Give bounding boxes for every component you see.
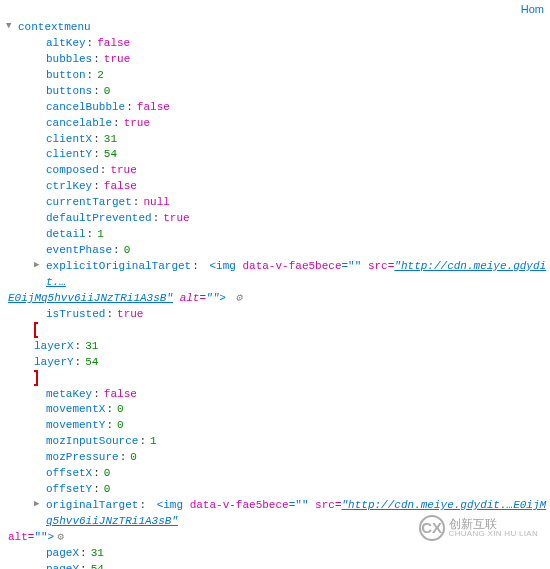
- prop-value: false: [97, 36, 130, 52]
- prop-offsetX[interactable]: offsetX:0: [4, 466, 550, 482]
- prop-pageX[interactable]: pageX:31: [4, 546, 550, 562]
- prop-key: movementX: [46, 402, 105, 418]
- prop-eventPhase[interactable]: eventPhase:0: [4, 243, 550, 259]
- prop-value: 0: [124, 243, 131, 259]
- prop-movementX[interactable]: movementX:0: [4, 402, 550, 418]
- prop-key: eventPhase: [46, 243, 112, 259]
- prop-key: metaKey: [46, 387, 92, 403]
- root-label: contextmenu: [18, 20, 91, 36]
- prop-key: buttons: [46, 84, 92, 100]
- prop-value: false: [104, 179, 137, 195]
- prop-value: null: [143, 195, 169, 211]
- prop-value: 1: [150, 434, 157, 450]
- prop-key: clientY: [46, 147, 92, 163]
- prop-layerY[interactable]: layerY:54: [34, 355, 98, 371]
- prop-value: 31: [91, 546, 104, 562]
- prop-composed[interactable]: composed:true: [4, 163, 550, 179]
- prop-value: 0: [130, 450, 137, 466]
- prop-clientX[interactable]: clientX:31: [4, 132, 550, 148]
- chevron-down-icon: ▼: [6, 20, 16, 33]
- prop-defaultPrevented[interactable]: defaultPrevented:true: [4, 211, 550, 227]
- prop-value: true: [124, 116, 150, 132]
- prop-value: 54: [104, 147, 117, 163]
- prop-mozInputSource[interactable]: mozInputSource:1: [4, 434, 550, 450]
- prop-value: 0: [104, 482, 111, 498]
- prop-key: composed: [46, 163, 99, 179]
- prop-cancelable[interactable]: cancelable:true: [4, 116, 550, 132]
- prop-isTrusted[interactable]: isTrusted:true: [4, 307, 550, 323]
- prop-key: mozInputSource: [46, 434, 138, 450]
- prop-key: pageY: [46, 562, 79, 569]
- gear-icon[interactable]: ⚙: [57, 530, 64, 546]
- prop-key: currentTarget: [46, 195, 132, 211]
- prop-offsetY[interactable]: offsetY:0: [4, 482, 550, 498]
- prop-key: detail: [46, 227, 86, 243]
- prop-layerX[interactable]: layerX:31: [34, 339, 98, 355]
- prop-clientY[interactable]: clientY:54: [4, 147, 550, 163]
- prop-value: true: [104, 52, 130, 68]
- prop-explicit-cont: E0ijMq5hvv6iiJNzTRi1A3sB" alt=""> ⚙: [4, 291, 550, 307]
- root-node[interactable]: ▼ contextmenu: [4, 20, 550, 36]
- prop-key: defaultPrevented: [46, 211, 152, 227]
- prop-metaKey[interactable]: metaKey:false: [4, 387, 550, 403]
- top-link[interactable]: Hom: [521, 2, 544, 18]
- prop-bubbles[interactable]: bubbles:true: [4, 52, 550, 68]
- prop-value: 31: [104, 132, 117, 148]
- prop-key: pageX: [46, 546, 79, 562]
- prop-key: button: [46, 68, 86, 84]
- prop-button[interactable]: button:2: [4, 68, 550, 84]
- prop-value: 0: [117, 418, 124, 434]
- prop-key: ctrlKey: [46, 179, 92, 195]
- prop-key: cancelBubble: [46, 100, 125, 116]
- prop-key: explicitOriginalTarget: [46, 260, 191, 272]
- prop-value: 2: [97, 68, 104, 84]
- prop-value: true: [117, 307, 143, 323]
- prop-value: 54: [91, 562, 104, 569]
- prop-movementY[interactable]: movementY:0: [4, 418, 550, 434]
- prop-value: 1: [97, 227, 104, 243]
- highlighted-box: layerX:31 layerY:54: [34, 322, 98, 386]
- prop-mozPressure[interactable]: mozPressure:0: [4, 450, 550, 466]
- watermark-logo-icon: CX: [419, 515, 445, 541]
- watermark-en: CHUANG XIN HU LIAN: [449, 530, 538, 538]
- prop-pageY[interactable]: pageY:54: [4, 562, 550, 569]
- prop-altKey[interactable]: altKey:false: [4, 36, 550, 52]
- prop-value: 0: [104, 84, 111, 100]
- prop-value: 0: [104, 466, 111, 482]
- prop-ctrlKey[interactable]: ctrlKey:false: [4, 179, 550, 195]
- prop-key: cancelable: [46, 116, 112, 132]
- prop-key: clientX: [46, 132, 92, 148]
- prop-key: isTrusted: [46, 307, 105, 323]
- prop-value: false: [104, 387, 137, 403]
- prop-value: true: [163, 211, 189, 227]
- prop-key: altKey: [46, 36, 86, 52]
- chevron-right-icon: ▶: [34, 259, 44, 272]
- prop-key: offsetY: [46, 482, 92, 498]
- chevron-right-icon: ▶: [34, 498, 44, 511]
- prop-cancelBubble[interactable]: cancelBubble:false: [4, 100, 550, 116]
- prop-currentTarget[interactable]: currentTarget:null: [4, 195, 550, 211]
- prop-value: false: [137, 100, 170, 116]
- prop-value: 0: [117, 402, 124, 418]
- prop-buttons[interactable]: buttons:0: [4, 84, 550, 100]
- prop-key: offsetX: [46, 466, 92, 482]
- prop-key: bubbles: [46, 52, 92, 68]
- object-tree: ▼ contextmenu altKey:false bubbles:true …: [0, 20, 550, 569]
- prop-key: mozPressure: [46, 450, 119, 466]
- gear-icon[interactable]: ⚙: [235, 292, 242, 304]
- prop-explicitOriginalTarget[interactable]: ▶ explicitOriginalTarget: <img data-v-fa…: [4, 259, 550, 291]
- watermark: CX 创新互联 CHUANG XIN HU LIAN: [419, 515, 538, 541]
- prop-key: movementY: [46, 418, 105, 434]
- prop-detail[interactable]: detail:1: [4, 227, 550, 243]
- prop-value: true: [110, 163, 136, 179]
